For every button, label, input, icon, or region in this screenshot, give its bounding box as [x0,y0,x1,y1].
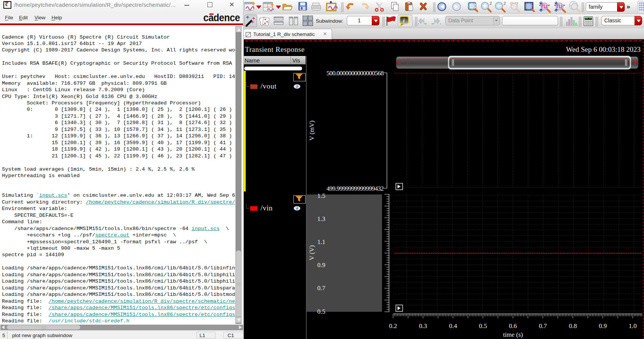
svg-text:2: 2 [504,1,506,6]
svg-text:0.6: 0.6 [509,322,517,330]
svg-text:499.9999999999999432: 499.9999999999999432 [326,185,384,192]
svg-text:0.9: 0.9 [599,322,607,330]
svg-text:0.7: 0.7 [317,285,326,292]
svg-text:500.0000000000000568: 500.0000000000000568 [326,70,384,77]
svg-text:V (V): V (V) [308,245,315,260]
svg-text:1.5: 1.5 [317,192,325,199]
svg-text:0.7: 0.7 [539,322,547,330]
svg-text:0.5: 0.5 [317,308,325,315]
svg-text:1.0: 1.0 [629,322,637,330]
svg-text:1.1: 1.1 [317,238,325,246]
svg-text:time (s): time (s) [503,331,523,338]
svg-text:0.9: 0.9 [317,261,325,269]
svg-text:2: 2 [490,1,492,6]
svg-text:0.4: 0.4 [449,322,457,330]
svg-text:1.3: 1.3 [317,215,325,222]
svg-text:0.3: 0.3 [419,322,427,330]
svg-text:0.8: 0.8 [569,322,577,330]
svg-text:0.2: 0.2 [389,322,397,330]
svg-text:V (mV): V (mV) [308,120,315,140]
svg-text:0.5: 0.5 [479,322,487,330]
